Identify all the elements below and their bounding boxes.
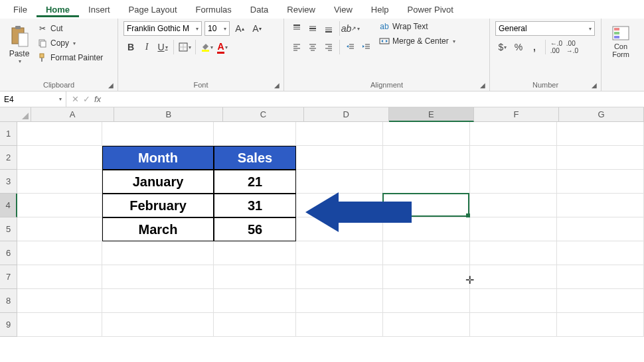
dialog-launcher-icon[interactable]: ◢ [592,82,600,90]
cell-E9[interactable] [383,313,470,337]
tab-data[interactable]: Data [241,2,278,17]
font-size-select[interactable]: 10▾ [204,21,230,36]
col-header-G[interactable]: G [559,107,644,122]
cell-B8[interactable] [102,289,214,313]
cell-B2[interactable]: Month [102,146,214,170]
tab-home[interactable]: Home [37,2,79,17]
select-all-corner[interactable] [0,107,31,122]
cell-B7[interactable] [102,265,214,289]
enter-icon[interactable]: ✓ [83,94,90,104]
conditional-formatting-button[interactable]: Con Form [607,21,635,58]
format-painter-button[interactable]: Format Painter [36,50,104,65]
orientation-button[interactable]: ab↗▾ [343,21,358,36]
wrap-text-button[interactable]: abWrap Text [379,21,455,32]
cell-C8[interactable] [214,289,296,313]
row-header-5[interactable]: 5 [0,217,17,241]
cell-D9[interactable] [296,313,383,337]
tab-help[interactable]: Help [362,2,398,17]
cell-G7[interactable] [557,265,644,289]
cell-E4[interactable] [383,194,470,217]
bold-button[interactable]: B [123,40,138,54]
decrease-indent-button[interactable] [343,40,358,54]
col-header-D[interactable]: D [304,107,389,122]
cell-A9[interactable] [17,313,102,337]
cancel-icon[interactable]: ✕ [72,94,79,104]
cell-C3[interactable]: 21 [214,170,296,194]
row-header-1[interactable]: 1 [0,122,17,146]
cell-A1[interactable] [17,122,102,146]
italic-button[interactable]: I [139,40,154,54]
align-middle-button[interactable] [305,21,320,36]
row-header-8[interactable]: 8 [0,289,17,313]
paste-button[interactable]: Paste ▾ [5,21,33,64]
fill-color-button[interactable]: ▾ [199,40,214,54]
cell-C1[interactable] [214,122,296,146]
cell-C4[interactable]: 31 [214,194,296,217]
cell-A4[interactable] [17,194,102,217]
cell-E3[interactable] [383,170,470,194]
cell-A2[interactable] [17,146,102,170]
increase-indent-button[interactable] [359,40,374,54]
underline-button[interactable]: U▾ [155,40,170,54]
font-color-button[interactable]: A▾ [215,40,230,54]
cell-E8[interactable] [383,289,470,313]
cell-A5[interactable] [17,217,102,241]
cell-B1[interactable] [102,122,214,146]
align-top-button[interactable] [289,21,304,36]
align-left-button[interactable] [289,40,304,54]
cell-F6[interactable] [470,241,557,265]
tab-file[interactable]: File [4,2,37,17]
font-name-select[interactable]: Franklin Gothic M▾ [123,21,202,36]
dialog-launcher-icon[interactable]: ◢ [480,82,488,90]
cell-B9[interactable] [102,313,214,337]
row-header-9[interactable]: 9 [0,313,17,337]
accounting-format-button[interactable]: $▾ [495,40,510,54]
dialog-launcher-icon[interactable]: ◢ [108,82,116,90]
decrease-font-button[interactable]: A▾ [250,21,264,36]
dialog-launcher-icon[interactable]: ◢ [274,82,282,90]
cell-E7[interactable] [383,265,470,289]
col-header-A[interactable]: A [31,107,114,122]
cell-A8[interactable] [17,289,102,313]
cell-C9[interactable] [214,313,296,337]
number-format-select[interactable]: General▾ [495,21,595,36]
cell-F4[interactable] [470,194,557,217]
cell-E6[interactable] [383,241,470,265]
borders-button[interactable]: ▾ [177,40,192,54]
cell-G9[interactable] [557,313,644,337]
cell-G1[interactable] [557,122,644,146]
tab-formulas[interactable]: Formulas [187,2,241,17]
cell-E1[interactable] [383,122,470,146]
cell-D5[interactable] [296,217,383,241]
cell-F5[interactable] [470,217,557,241]
cell-B6[interactable] [102,241,214,265]
increase-font-button[interactable]: A▴ [232,21,247,36]
col-header-C[interactable]: C [223,107,303,122]
comma-format-button[interactable]: , [527,40,542,54]
tab-insert[interactable]: Insert [79,2,120,17]
cell-F1[interactable] [470,122,557,146]
cell-D1[interactable] [296,122,383,146]
row-header-6[interactable]: 6 [0,241,17,265]
cell-B3[interactable]: January [102,170,214,194]
cell-F3[interactable] [470,170,557,194]
cell-B4[interactable]: February [102,194,214,217]
cell-G6[interactable] [557,241,644,265]
cell-E5[interactable] [383,217,470,241]
cell-G5[interactable] [557,217,644,241]
cell-C6[interactable] [214,241,296,265]
cell-A6[interactable] [17,241,102,265]
cell-C2[interactable]: Sales [214,146,296,170]
row-header-3[interactable]: 3 [0,170,17,194]
cell-D2[interactable] [296,146,383,170]
name-box[interactable]: E4▾ [0,91,66,107]
cell-F2[interactable] [470,146,557,170]
align-right-button[interactable] [321,40,336,54]
cell-A3[interactable] [17,170,102,194]
tab-page-layout[interactable]: Page Layout [120,2,187,17]
cell-A7[interactable] [17,265,102,289]
merge-center-button[interactable]: Merge & Center▾ [379,36,455,46]
tab-power-pivot[interactable]: Power Pivot [398,2,463,17]
tab-view[interactable]: View [325,2,362,17]
cell-D8[interactable] [296,289,383,313]
